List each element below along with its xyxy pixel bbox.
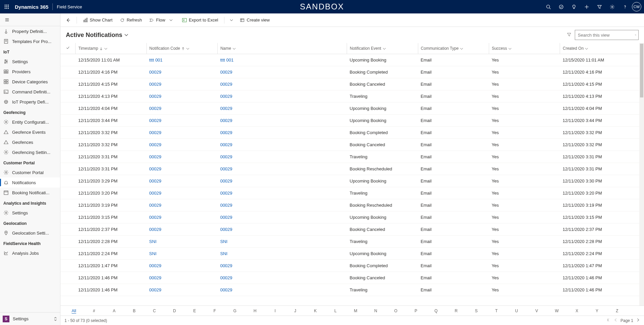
table-row[interactable]: 12/11/2020 4:13 PM0002900029TravelingEma… [60, 90, 639, 102]
hamburger-icon[interactable] [0, 13, 60, 26]
cell-code[interactable]: 00029 [146, 223, 217, 235]
table-row[interactable]: 12/11/2020 3:32 PM0002900029Booking Canc… [60, 138, 639, 151]
column-header-timestamp[interactable]: Timestamp [76, 43, 146, 54]
cell-name[interactable]: 00029 [217, 199, 347, 211]
page-scroll-thumb[interactable] [640, 44, 643, 97]
cell-code[interactable]: 00029 [146, 66, 217, 78]
alpha-#[interactable]: # [84, 309, 104, 313]
table-row[interactable]: 12/11/2020 1:46 PM0002900029Booking Canc… [60, 272, 639, 284]
table-row[interactable]: 12/15/2020 11:01 AMtttt 001tttt 001Upcom… [60, 54, 639, 66]
export-split-button[interactable] [228, 18, 235, 22]
cell-code[interactable]: 00029 [146, 259, 217, 272]
cell-name[interactable]: 00029 [217, 151, 347, 163]
sidebar-footer[interactable]: S Settings [0, 312, 60, 325]
flow-button[interactable]: Flow [146, 16, 177, 24]
table-row[interactable]: 12/11/2020 3:29 PM0002900029Upcoming Boo… [60, 175, 639, 187]
filter-icon[interactable] [594, 1, 605, 12]
cell-code[interactable]: 00029 [146, 90, 217, 102]
alpha-H[interactable]: H [245, 309, 265, 313]
alpha-K[interactable]: K [305, 309, 326, 313]
cell-name[interactable]: 00029 [217, 102, 347, 114]
alpha-E[interactable]: E [184, 309, 205, 313]
cell-code[interactable]: 00029 [146, 114, 217, 126]
table-row[interactable]: 12/11/2020 3:31 PM0002900029TravelingEma… [60, 151, 639, 163]
brand-label[interactable]: Dynamics 365 [15, 4, 48, 10]
cell-code[interactable]: 00029 [146, 151, 217, 163]
page-scrollbar[interactable] [639, 43, 644, 306]
search-icon[interactable] [543, 1, 554, 12]
column-header-event[interactable]: Notification Event [347, 43, 418, 54]
cell-name[interactable]: SNI [217, 235, 347, 247]
cell-code[interactable]: 00029 [146, 284, 217, 296]
cell-name[interactable]: 00029 [217, 211, 347, 223]
cell-code[interactable]: SNI [146, 247, 217, 259]
alpha-Z[interactable]: Z [607, 309, 627, 313]
cell-name[interactable]: SNI [217, 247, 347, 259]
sidebar-item[interactable]: Device Categories [0, 77, 60, 87]
pager-next[interactable] [636, 318, 640, 323]
table-row[interactable]: 12/11/2020 4:16 PM0002900029Booking Comp… [60, 66, 639, 78]
table-row[interactable]: 12/11/2020 3:31 PM0002900029Booking Resc… [60, 163, 639, 175]
export-excel-button[interactable]: Export to Excel [179, 16, 221, 24]
cell-code[interactable]: 00029 [146, 163, 217, 175]
alpha-Q[interactable]: Q [426, 309, 446, 313]
alpha-J[interactable]: J [285, 309, 305, 313]
alpha-T[interactable]: T [486, 309, 507, 313]
cell-name[interactable]: 00029 [217, 126, 347, 138]
table-row[interactable]: 12/11/2020 1:46 PM0002900029TravelingEma… [60, 284, 639, 296]
cell-name[interactable]: 00029 [217, 138, 347, 151]
column-header-comm[interactable]: Communication Type [418, 43, 489, 54]
avatar[interactable]: CW [632, 2, 641, 11]
lightbulb-icon[interactable] [568, 1, 579, 12]
show-chart-button[interactable]: Show Chart [80, 16, 115, 24]
app-launcher-icon[interactable] [3, 3, 11, 11]
sidebar-item[interactable]: Templates For Pro... [0, 36, 60, 46]
area-label[interactable]: Field Service [57, 4, 82, 9]
data-grid[interactable]: TimestampNotification CodeNameNotificati… [60, 43, 639, 306]
sidebar-item[interactable]: Command Definiti... [0, 87, 60, 97]
alpha-X[interactable]: X [567, 309, 587, 313]
task-icon[interactable] [555, 1, 567, 12]
table-row[interactable]: 12/11/2020 1:47 PM0002900029Booking Comp… [60, 259, 639, 272]
sidebar-item[interactable]: Analysis Jobs [0, 248, 60, 258]
sidebar-item[interactable]: IoT Property Defi... [0, 97, 60, 107]
cell-name[interactable]: 00029 [217, 78, 347, 90]
cell-code[interactable]: 00029 [146, 138, 217, 151]
alpha-U[interactable]: U [507, 309, 527, 313]
table-row[interactable]: 12/11/2020 3:19 PM0002900029Booking Resc… [60, 199, 639, 211]
alpha-S[interactable]: S [466, 309, 486, 313]
alpha-R[interactable]: R [446, 309, 466, 313]
plus-icon[interactable] [581, 1, 592, 12]
pager-first[interactable] [607, 318, 611, 323]
funnel-icon[interactable] [567, 32, 571, 38]
refresh-button[interactable]: Refresh [117, 16, 145, 24]
cell-code[interactable]: 00029 [146, 272, 217, 284]
search-field[interactable] [577, 32, 635, 38]
table-row[interactable]: 12/11/2020 4:04 PM0002900029Upcoming Boo… [60, 102, 639, 114]
sidebar-item[interactable]: Geofences [0, 137, 60, 147]
alpha-N[interactable]: N [366, 309, 386, 313]
cell-name[interactable]: 00029 [217, 284, 347, 296]
column-header-name[interactable]: Name [217, 43, 347, 54]
alpha-F[interactable]: F [205, 309, 225, 313]
cell-code[interactable]: 00029 [146, 175, 217, 187]
alpha-B[interactable]: B [124, 309, 144, 313]
sidebar-item[interactable]: Notifications [0, 177, 60, 188]
sidebar-item[interactable]: Geofence Events [0, 127, 60, 137]
search-input[interactable] [575, 30, 639, 40]
cell-code[interactable]: SNI [146, 235, 217, 247]
select-all-checkbox[interactable] [66, 46, 70, 51]
table-row[interactable]: 12/11/2020 2:28 PMSNISNITravelingEmailYe… [60, 235, 639, 247]
alpha-G[interactable]: G [225, 309, 245, 313]
column-header-created[interactable]: Created On [560, 43, 639, 54]
table-row[interactable]: 12/11/2020 3:32 PM0002900029Booking Comp… [60, 126, 639, 138]
help-icon[interactable] [619, 1, 631, 12]
table-row[interactable]: 12/11/2020 3:44 PM0002900029Upcoming Boo… [60, 114, 639, 126]
sidebar-item[interactable]: Customer Portal [0, 167, 60, 177]
alpha-W[interactable]: W [547, 309, 567, 313]
alpha-P[interactable]: P [406, 309, 426, 313]
alpha-V[interactable]: V [526, 309, 547, 313]
alpha-All[interactable]: All [64, 309, 84, 313]
alpha-A[interactable]: A [104, 309, 124, 313]
table-row[interactable]: 12/11/2020 2:24 PMSNISNIUpcoming Booking… [60, 247, 639, 259]
